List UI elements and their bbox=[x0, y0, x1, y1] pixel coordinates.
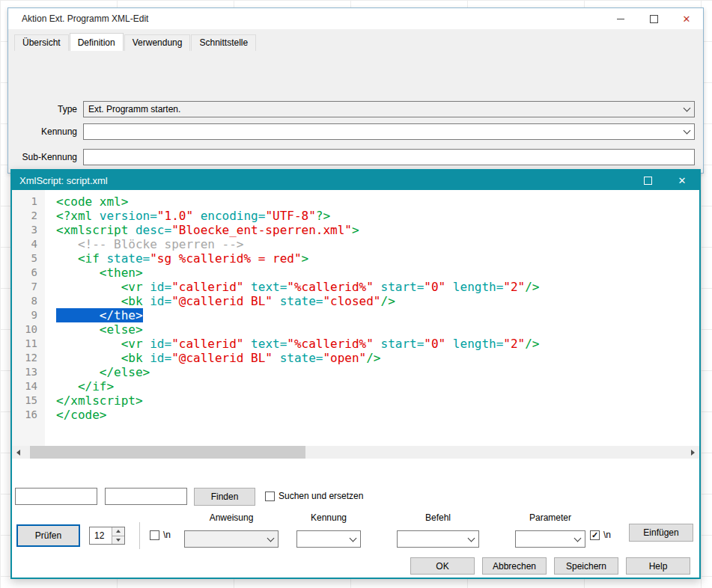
spin-down-icon[interactable] bbox=[112, 536, 124, 545]
anweisung-dropdown[interactable] bbox=[184, 530, 279, 548]
dialog-title: Aktion Ext. Programm XML-Edit bbox=[22, 13, 148, 24]
code-line[interactable]: <xmlscript desc="Bloecke_ent-sperren.xml… bbox=[56, 223, 699, 237]
maximize-icon[interactable] bbox=[630, 171, 665, 190]
code-line[interactable]: <?xml version="1.0" encoding="UTF-8"?> bbox=[56, 209, 699, 223]
checkbox-icon bbox=[590, 530, 600, 540]
newline-right-label: \n bbox=[603, 530, 611, 540]
code-line[interactable]: <bk id="@callerid BL" state="open"/> bbox=[56, 351, 699, 365]
line-number: 6 bbox=[12, 266, 45, 280]
kennung-dropdown[interactable] bbox=[83, 123, 695, 140]
line-number: 2 bbox=[12, 209, 45, 223]
tab-verwendung[interactable]: Verwendung bbox=[124, 34, 191, 51]
code-line[interactable]: </else> bbox=[56, 365, 699, 379]
help-button[interactable]: Help bbox=[626, 557, 690, 575]
befehl-toolbar-dropdown[interactable] bbox=[397, 530, 479, 548]
code-line[interactable]: <vr id="callerid" text="%callerid%" star… bbox=[56, 280, 699, 294]
close-icon[interactable]: ✕ bbox=[665, 171, 699, 190]
code-line[interactable]: </the> bbox=[56, 308, 699, 322]
line-number: 15 bbox=[12, 393, 45, 408]
line-number: 7 bbox=[12, 280, 45, 294]
scroll-left-icon[interactable] bbox=[12, 446, 25, 459]
window-controls: ✕ bbox=[630, 171, 699, 190]
chevron-down-icon bbox=[570, 532, 584, 546]
line-number: 13 bbox=[12, 365, 45, 379]
search-input-2[interactable] bbox=[105, 488, 187, 505]
line-number: 1 bbox=[12, 195, 45, 209]
newline-right-checkbox[interactable]: \n bbox=[590, 530, 611, 540]
newline-left-checkbox[interactable]: \n bbox=[150, 530, 171, 540]
sub-kennung-input[interactable] bbox=[83, 149, 695, 165]
chevron-down-icon bbox=[264, 532, 277, 546]
xmlscript-titlebar[interactable]: XmlScript: script.xml ✕ bbox=[12, 171, 699, 190]
kennung-toolbar-dropdown[interactable] bbox=[296, 530, 361, 548]
line-number: 3 bbox=[12, 223, 45, 237]
dialog-titlebar[interactable]: Aktion Ext. Programm XML-Edit ✕ bbox=[8, 8, 703, 29]
parameter-dd-label: Parameter bbox=[515, 512, 585, 523]
xml-code-editor[interactable]: 12345678910111213141516 <code xml><?xml … bbox=[12, 190, 699, 446]
tab-uebersicht[interactable]: Übersicht bbox=[14, 34, 69, 51]
line-number: 12 bbox=[12, 351, 45, 365]
scrollbar-thumb[interactable] bbox=[30, 446, 305, 459]
code-line[interactable]: <else> bbox=[56, 322, 699, 337]
code-line[interactable]: <code xml> bbox=[56, 195, 699, 209]
search-input-1[interactable] bbox=[15, 488, 97, 505]
code-line[interactable]: </xmlscript> bbox=[56, 393, 699, 408]
check-button[interactable]: Prüfen bbox=[16, 524, 80, 547]
line-number-gutter: 12345678910111213141516 bbox=[12, 190, 45, 446]
tab-bar: ÜbersichtDefinitionVerwendungSchnittstel… bbox=[14, 33, 696, 52]
search-replace-checkbox[interactable]: Suchen und ersetzen bbox=[265, 491, 363, 501]
chevron-down-icon bbox=[680, 125, 693, 138]
xmlscript-content: 12345678910111213141516 <code xml><?xml … bbox=[12, 190, 699, 578]
type-dropdown[interactable]: Ext. Programm starten. bbox=[83, 101, 695, 117]
line-number: 14 bbox=[12, 379, 45, 393]
insert-button[interactable]: Einfügen bbox=[629, 524, 693, 542]
close-icon[interactable]: ✕ bbox=[670, 8, 703, 29]
save-button[interactable]: Speichern bbox=[554, 557, 618, 575]
sub-kennung-label: Sub-Kennung bbox=[8, 152, 77, 162]
spinner-value: 12 bbox=[90, 530, 112, 541]
definition-form: Type Ext. Programm starten. Kennung Sub-… bbox=[8, 51, 703, 173]
parameter-toolbar-dropdown[interactable] bbox=[515, 530, 585, 548]
code-line[interactable]: <if state="sg %callerid% = red"> bbox=[56, 251, 699, 266]
horizontal-scrollbar[interactable] bbox=[12, 446, 699, 459]
tab-definition[interactable]: Definition bbox=[70, 33, 124, 52]
ok-button[interactable]: OK bbox=[410, 557, 475, 575]
code-line[interactable]: <vr id="callerid" text="%callerid%" star… bbox=[56, 337, 699, 351]
chevron-down-icon bbox=[680, 102, 693, 116]
cancel-button[interactable]: Abbrechen bbox=[482, 557, 547, 575]
kennung-dd-label: Kennung bbox=[296, 512, 361, 523]
spin-up-icon[interactable] bbox=[112, 527, 124, 536]
chevron-down-icon bbox=[346, 532, 359, 546]
search-replace-label: Suchen und ersetzen bbox=[279, 491, 363, 501]
code-line[interactable]: </if> bbox=[56, 379, 699, 393]
line-number: 11 bbox=[12, 337, 45, 351]
code-line[interactable]: <then> bbox=[56, 266, 699, 280]
code-line[interactable]: <bk id="@callerid BL" state="closed"/> bbox=[56, 294, 699, 308]
tab-schnittstelle[interactable]: Schnittstelle bbox=[191, 34, 256, 51]
toolbar-separator bbox=[139, 522, 141, 549]
line-number: 5 bbox=[12, 251, 45, 266]
newline-left-label: \n bbox=[163, 530, 171, 540]
anweisung-label: Anweisung bbox=[184, 512, 279, 523]
action-ext-programm-dialog: Aktion Ext. Programm XML-Edit ✕ Übersich… bbox=[7, 7, 704, 174]
minimize-icon[interactable] bbox=[604, 8, 637, 29]
find-button[interactable]: Finden bbox=[194, 488, 255, 506]
line-number: 4 bbox=[12, 237, 45, 251]
chevron-down-icon bbox=[464, 532, 478, 546]
line-number: 16 bbox=[12, 408, 45, 422]
type-value: Ext. Programm starten. bbox=[88, 104, 180, 114]
maximize-icon[interactable] bbox=[637, 8, 670, 29]
line-number: 8 bbox=[12, 294, 45, 308]
xmlscript-window: XmlScript: script.xml ✕ 1234567891011121… bbox=[10, 169, 701, 579]
code-pane[interactable]: <code xml><?xml version="1.0" encoding="… bbox=[45, 190, 699, 446]
code-line[interactable]: <!-- Blöcke sperren --> bbox=[56, 237, 699, 251]
window-controls: ✕ bbox=[604, 8, 703, 29]
type-label: Type bbox=[8, 104, 77, 114]
befehl-dd-label: Befehl bbox=[397, 512, 479, 523]
checkbox-icon bbox=[265, 491, 275, 501]
code-line[interactable]: </code> bbox=[56, 408, 699, 422]
scroll-right-icon[interactable] bbox=[687, 446, 699, 459]
checkbox-icon bbox=[150, 530, 159, 540]
line-number: 9 bbox=[12, 308, 45, 322]
line-number-spinner[interactable]: 12 bbox=[89, 527, 125, 545]
